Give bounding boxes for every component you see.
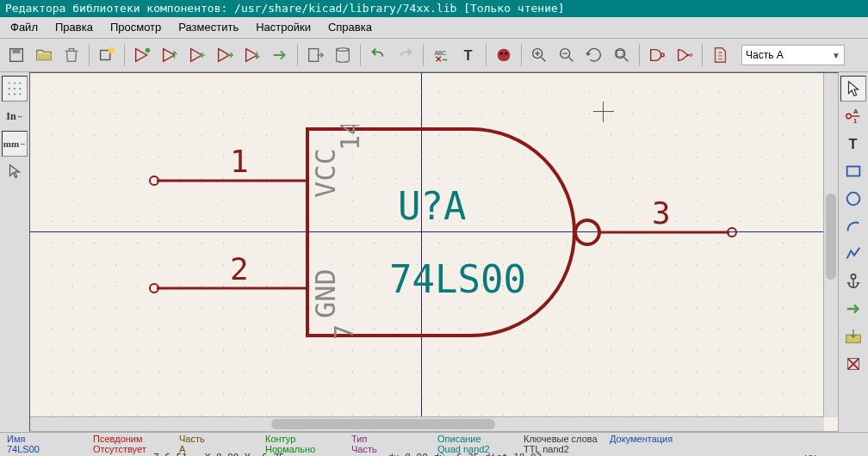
component-symbol: 1 2 3 VCC 14 GND 7 U?A 74LS00 [109,125,772,366]
component-value: 74LS00 [389,257,526,301]
anchor-tool-button[interactable] [840,268,866,294]
left-toolbar: In↔ mm↔ [0,72,29,432]
zoom-redraw-button[interactable] [581,42,607,68]
zoom-out-button[interactable] [554,42,580,68]
svg-point-17 [690,54,692,57]
window-titlebar: Редактора библиотеки компонентов: /usr/s… [0,0,868,17]
text-tool-button[interactable]: T [456,42,481,68]
svg-rect-2 [37,53,52,59]
svg-point-11 [505,52,507,55]
undo-button[interactable] [365,42,391,68]
delete-tool-button[interactable] [840,351,866,377]
redo-button[interactable] [393,42,418,68]
export-graphics-button[interactable] [840,324,866,349]
cursor-shape-button[interactable] [2,158,28,184]
status-label: Имя [7,434,93,444]
svg-point-23 [20,88,22,89]
vertical-scrollbar[interactable] [823,73,838,417]
svg-point-27 [575,220,599,244]
status-dxy: dx 8,90 dy -6,35 dist 10,93 [388,452,542,456]
text-tool-button-right[interactable]: T [840,131,866,157]
status-label: Часть [179,434,265,444]
menu-edit[interactable]: Правка [48,19,100,36]
status-label: Тип [351,434,437,444]
import-button[interactable] [267,42,293,68]
status-label: Контур [265,434,351,444]
svg-point-5 [146,48,151,53]
editor-canvas[interactable]: 1 2 3 VCC 14 GND 7 U?A 74LS00 [29,72,839,432]
svg-point-24 [9,94,10,96]
demorgan-normal-button[interactable] [644,42,670,68]
properties-button[interactable]: ABC [428,42,454,68]
svg-point-10 [500,52,503,55]
svg-point-34 [846,114,852,119]
svg-point-26 [20,94,22,96]
status-label: Псевдоним [93,434,179,444]
gnd-pin-number: 7 [329,324,359,340]
delete-button[interactable] [59,42,84,68]
open-library-button[interactable] [31,42,57,68]
horizontal-scrollbar[interactable] [30,416,824,431]
svg-text:A: A [853,108,859,115]
polyline-tool-button[interactable] [840,241,866,267]
units-inch-button[interactable]: In↔ [2,103,28,129]
menu-view[interactable]: Просмотр [103,19,168,36]
svg-text:1: 1 [853,117,857,125]
status-label: Описание [437,434,524,444]
vcc-pin-number: 14 [335,125,365,151]
svg-point-9 [498,49,511,62]
svg-point-16 [661,53,665,57]
menu-help[interactable]: Справка [321,19,379,36]
svg-rect-15 [617,51,623,57]
op-amp-new-icon[interactable] [129,42,155,68]
zoom-fit-button[interactable] [609,42,635,68]
op-amp-next-icon[interactable] [212,42,238,68]
svg-point-19 [14,83,16,84]
dropdown-arrow-icon: ▼ [832,51,840,60]
pin1-number: 1 [230,144,249,179]
svg-point-18 [9,83,10,84]
right-toolbar: A1 T [839,72,868,432]
demorgan-alt-button[interactable] [672,42,698,68]
status-label: Документация [610,434,696,444]
svg-point-4 [108,47,115,53]
zoom-in-button[interactable] [526,42,552,68]
import-graphics-button[interactable] [840,296,866,322]
component-reference: U?A [398,184,466,228]
grid-toggle-button[interactable] [2,76,28,102]
gnd-label: GND [309,268,342,318]
svg-text:T: T [849,136,858,151]
circle-tool-button[interactable] [840,186,866,212]
svg-rect-1 [12,49,20,54]
status-unit: мм [805,452,816,456]
main-toolbar: ABC T Часть A ▼ [0,39,868,72]
erc-button[interactable] [491,42,517,68]
svg-text:ABC: ABC [435,50,447,56]
pin3-number: 3 [652,195,671,231]
svg-point-25 [14,94,16,96]
pin2-number: 2 [230,251,249,287]
menu-file[interactable]: Файл [3,19,45,36]
status-bar: Имя74LS00ПсевдонимОтсутствуетЧастьAКонту… [0,432,868,456]
new-component-button[interactable] [94,42,120,68]
menu-settings[interactable]: Настройки [249,19,318,36]
datasheet-button[interactable] [707,42,733,68]
rectangle-tool-button[interactable] [840,158,866,184]
status-zoom: Z 6,51 [153,452,188,456]
svg-point-41 [851,274,856,280]
part-selector[interactable]: Часть A ▼ [741,45,845,65]
menu-place[interactable]: Разместить [171,19,245,36]
vcc-label: VCC [309,148,342,198]
save-library-button[interactable] [3,42,29,68]
op-amp-prev-icon[interactable] [184,42,210,68]
arc-tool-button[interactable] [840,213,866,239]
library-button[interactable] [330,42,356,68]
pin-tool-button[interactable]: A1 [840,103,866,129]
op-amp-save-icon[interactable] [239,42,265,68]
op-amp-load-icon[interactable] [157,42,183,68]
units-mm-button[interactable]: mm↔ [2,131,28,157]
part-selector-value: Часть A [746,49,784,61]
svg-point-22 [14,88,16,89]
select-tool-button[interactable] [840,76,866,102]
export-button[interactable] [302,42,328,68]
